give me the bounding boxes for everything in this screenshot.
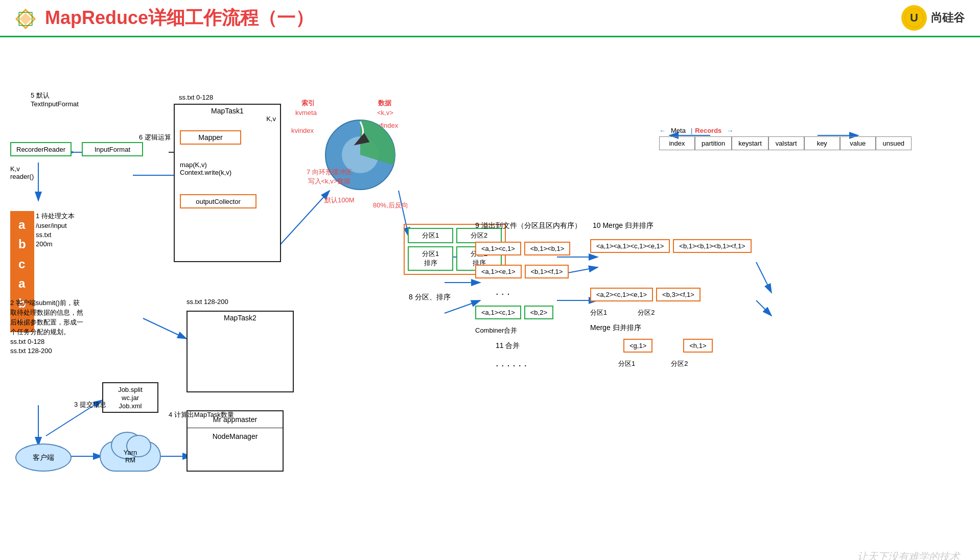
output-collector-box: outputCollector <box>180 194 256 208</box>
svg-line-32 <box>143 318 186 339</box>
kv-label: K,v <box>266 115 276 123</box>
step11-label: 11 合并 <box>496 341 520 351</box>
final-zone-labels: 分区1 分区2 <box>590 308 655 317</box>
data-label: 数据 <box>378 99 391 108</box>
meta-records-header: ← Meta | Records → index partition keyst… <box>659 127 912 150</box>
step8-label: 8 分区、排序 <box>409 293 451 302</box>
map-kv-label: map(K,v) Context.write(k,v) <box>180 161 231 176</box>
step4-label: 4 计算出MapTask数量 <box>169 410 234 419</box>
svg-text:U: U <box>910 11 918 24</box>
logo: U 尚硅谷 <box>901 5 965 31</box>
input-format-box: InputFormat <box>82 142 143 156</box>
final-g1: <g,1> <box>623 339 652 353</box>
combiner-row: <a,1><c,1> <b,2> <box>475 306 553 319</box>
arrows-overlay <box>0 37 980 560</box>
final-h1: <h,1> <box>683 339 712 353</box>
appmaster-box: Mr appmaster NodeManager <box>186 410 284 472</box>
step5-label: 5 默认 TextInputFormat <box>31 91 79 108</box>
maptask2-box: MapTask2 <box>186 311 294 392</box>
step7-label: 7 向环形缓冲区 写入<k,v>数据 <box>307 160 352 186</box>
merge-r1-p2: <b,1><b,1><b,1><f,1> <box>673 239 751 253</box>
spill-r2-p1: <a,1><e,1> <box>475 265 522 278</box>
step3-label: 3 提交信息 <box>74 400 106 409</box>
mapper-box: Mapper <box>180 130 241 145</box>
final-merge-p1: <a,2><c,1><e,1> <box>590 288 653 301</box>
meta-table-row: index partition keystart valstart key va… <box>659 136 912 150</box>
default100m-label: 默认100M <box>324 196 355 205</box>
dots2: · · · · · · <box>496 359 527 371</box>
step9-label: 9 溢出到文件（分区且区内有序） <box>475 221 581 230</box>
main-diagram: 5 默认 TextInputFormat RecorderReader K,v … <box>0 37 980 560</box>
svg-line-24 <box>756 262 772 293</box>
suoyin-label: 索引 <box>301 99 315 108</box>
svg-line-25 <box>756 300 772 316</box>
step6-label: 6 逻辑运算 <box>139 133 171 142</box>
yarn-rm-cloud: Yarn RM <box>100 441 161 472</box>
spill-row2: <a,1><e,1> <b,1><f,1> <box>475 265 569 278</box>
spill-row1: <a,1><c,1> <b,1><b,1> <box>475 242 570 255</box>
final-merge-p2: <b,3><f,1> <box>656 288 701 301</box>
step1-label: 1 待处理文本 /user/input ss.txt 200m <box>36 211 75 248</box>
logo-icon: U <box>901 5 927 31</box>
step10-label: 10 Merge 归并排序 <box>593 221 654 230</box>
partition1-sort-box: 分区1 排序 <box>408 246 453 271</box>
final-zone-labels-b: 分区1 分区2 <box>618 359 688 368</box>
ss-txt-128200-label: ss.txt 128-200 <box>186 298 228 306</box>
merge-row1: <a,1><a,1><c,1><e,1> <b,1><b,1><b,1><f,1… <box>590 239 752 253</box>
combiner-label: Combiner合并 <box>475 326 517 335</box>
partition1-box: 分区1 <box>408 228 453 243</box>
merge-r1-p1: <a,1><a,1><c,1><e,1> <box>590 239 670 253</box>
records-label: Records <box>695 127 721 134</box>
spill-r1-p1: <a,1><c,1> <box>475 242 521 255</box>
kv-data-label: <k,v> <box>377 109 393 116</box>
maptask1-box: MapTask1 K,v Mapper 6 逻辑运算 map(K,v) Cont… <box>174 104 281 262</box>
percent80-label: 80%,后反向 <box>373 201 408 210</box>
spill-r1-p2: <b,1><b,1> <box>524 242 571 255</box>
recorder-reader-box: RecorderReader <box>10 142 72 156</box>
job-split-box: Job.split wc.jar Job.xml <box>102 382 158 413</box>
dots1: · · · <box>496 288 510 299</box>
combiner-p1: <a,1><c,1> <box>475 306 521 319</box>
watermark: 让天下没有难学的技术 <box>857 550 960 560</box>
client-ellipse: 客户端 <box>15 444 72 472</box>
kv-reader-label: K,v reader() <box>10 165 34 180</box>
final-gh-row: <g,1> <h,1> <box>623 339 713 353</box>
page-title: MapReduce详细工作流程（一） <box>15 6 314 31</box>
final-merge-row: <a,2><c,1><e,1> <b,3><f,1> <box>590 288 701 301</box>
kvmeta-label: kvmeta <box>295 109 317 116</box>
spill-r2-p2: <b,1><f,1> <box>525 265 569 278</box>
ss-txt-0128-label: ss.txt 0-128 <box>179 92 213 102</box>
bar-divider: | <box>691 127 692 134</box>
step2-label: 2 客户端submit()前，获 取待处理数据的信息，然 后根据参数配置，形成一… <box>10 298 83 355</box>
kvindex-label: kvindex <box>291 127 314 134</box>
header: MapReduce详细工作流程（一） U 尚硅谷 <box>0 0 980 37</box>
svg-line-16 <box>276 191 330 249</box>
meta-label: Meta <box>671 127 686 134</box>
combiner-p2: <b,2> <box>524 306 553 319</box>
final-merge-label: Merge 归并排序 <box>590 323 641 333</box>
